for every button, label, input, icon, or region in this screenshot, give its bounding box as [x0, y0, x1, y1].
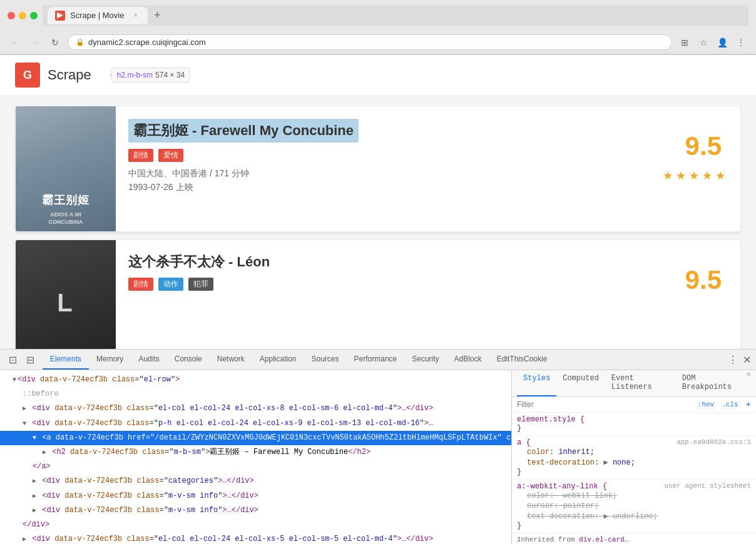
add-style-button[interactable]: +: [746, 400, 751, 410]
movie-poster-2: L: [16, 240, 116, 349]
styles-more-button[interactable]: »: [747, 370, 751, 396]
code-line-2[interactable]: ::before: [0, 387, 511, 401]
traffic-lights: [8, 12, 38, 19]
site-name: Scrape: [48, 67, 91, 83]
site-logo: G: [15, 63, 40, 88]
code-line-3[interactable]: ▶ <div data-v-724ecf3b class="el-col el-…: [0, 401, 511, 416]
rule-prop-webkit-cursor: cursor: pointer;: [517, 501, 751, 511]
rule-source-webkit: user agent stylesheet: [664, 482, 751, 490]
code-line-5[interactable]: ▼ <a data-v-724ecf3b href="/detail/ZWYzN…: [0, 431, 511, 445]
element-tooltip: h2.m-b-sm 574 × 34: [111, 68, 190, 83]
page-content: G Scrape h2.m-b-sm 574 × 34 霸王别姬 ADIOS A…: [0, 55, 756, 349]
elements-panel: ▼<div data-v-724ecf3b class="el-row"> ::…: [0, 370, 512, 544]
movie-meta-country-1: 中国大陆、中国香港 / 171 分钟: [128, 168, 728, 179]
styles-filter-input[interactable]: [517, 400, 693, 409]
devtools-panel: ⊡ ⊟ Elements Memory Audits Console Netwo…: [0, 349, 756, 544]
tab-network[interactable]: Network: [210, 350, 252, 370]
refresh-button[interactable]: ↻: [48, 35, 63, 50]
tooltip-selector: h2.m-b-sm: [117, 71, 153, 79]
lock-icon: 🔒: [76, 38, 84, 46]
movie-title-1: 霸王别姬 - Farewell My Concubine: [128, 119, 359, 143]
styles-filter: :hov .cls +: [512, 397, 756, 413]
devtools-tabs: ⊡ ⊟ Elements Memory Audits Console Netwo…: [0, 350, 756, 370]
style-rule-webkit-link: a:-webkit-any-link { user agent styleshe…: [512, 480, 756, 533]
code-line-11[interactable]: </div>: [0, 518, 511, 532]
tab-sources[interactable]: Sources: [304, 350, 347, 370]
tag-action-2: 动作: [158, 278, 183, 291]
more-menu-button[interactable]: ⋮: [733, 35, 748, 50]
tab-application[interactable]: Application: [252, 350, 304, 370]
movie-card-2[interactable]: L 这个杀手不太冷 - Léon 剧情 动作 犯罪 9.5: [15, 239, 741, 349]
tag-drama-1: 剧情: [128, 149, 153, 162]
code-line-12[interactable]: ▶ <div data-v-724ecf3b class="el-col el-…: [0, 532, 511, 544]
styles-tab-event-listeners[interactable]: Event Listeners: [605, 370, 676, 396]
tooltip-size: 574 × 34: [155, 71, 185, 79]
code-line-4[interactable]: ▼ <div data-v-724ecf3b class="p-h el-col…: [0, 416, 511, 431]
devtools-body: ▼<div data-v-724ecf3b class="el-row"> ::…: [0, 370, 756, 544]
back-button[interactable]: ←: [8, 35, 23, 50]
movie-meta-date-1: 1993-07-26 上映: [128, 182, 728, 193]
rule-selector-a: a {: [517, 438, 531, 447]
tag-crime-2: 犯罪: [188, 278, 213, 291]
movie-card-1[interactable]: 霸王别姬 ADIOS A MICONCUBINA 霸王别姬 - Farewell…: [15, 106, 741, 232]
movie-stars-1: ★ ★ ★ ★ ★: [663, 169, 725, 183]
movie-title-2: 这个杀手不太冷 - Léon: [128, 253, 728, 271]
tag-romance-1: 爱情: [158, 149, 183, 162]
movie-info-1: 霸王别姬 - Farewell My Concubine 剧情 爱情 中国大陆、…: [116, 106, 740, 231]
rule-prop-webkit-text-deco: text-decoration: ▶ underline;: [517, 511, 751, 521]
styles-tab-computed[interactable]: Computed: [556, 370, 605, 396]
devtools-more-button[interactable]: ⋮: [725, 352, 740, 367]
tab-audits[interactable]: Audits: [131, 350, 166, 370]
screen-cast-icon[interactable]: ⊞: [677, 35, 692, 50]
rule-prop-text-decoration: text-decoration: ▶ none;: [517, 457, 751, 468]
tab-title: Scrape | Movie: [70, 11, 124, 20]
close-window-button[interactable]: [8, 12, 15, 19]
logo-letter: G: [23, 69, 32, 82]
devtools-close-button[interactable]: ✕: [743, 354, 751, 366]
url-text: dynamic2.scrape.cuiqingcai.com: [88, 38, 206, 47]
tab-performance[interactable]: Performance: [347, 350, 405, 370]
forward-button[interactable]: →: [28, 35, 43, 50]
hov-button[interactable]: :hov: [695, 400, 717, 410]
rule-source-a: app.ea9d802a.css:1: [677, 438, 751, 446]
rule-prop-color: color: inherit;: [517, 447, 751, 457]
device-toolbar-button[interactable]: ⊟: [23, 352, 38, 367]
inspect-element-button[interactable]: ⊡: [5, 352, 20, 367]
tab-editthiscookie[interactable]: EditThisCookie: [489, 350, 555, 370]
code-line-9[interactable]: ▶ <div data-v-724ecf3b class="m-v-sm inf…: [0, 489, 511, 503]
tab-memory[interactable]: Memory: [89, 350, 131, 370]
movie-tags-1: 剧情 爱情: [128, 149, 728, 162]
address-bar: ← → ↻ 🔒 dynamic2.scrape.cuiqingcai.com ⊞…: [0, 31, 756, 54]
minimize-window-button[interactable]: [19, 12, 26, 19]
maximize-window-button[interactable]: [30, 12, 38, 19]
code-line-6[interactable]: ▶ <h2 data-v-724ecf3b class="m-b-sm">霸王别…: [0, 445, 511, 460]
browser-chrome: Scrape | Movie × + ← → ↻ 🔒 dynamic2.scra…: [0, 0, 756, 55]
tag-drama-2: 剧情: [128, 278, 153, 291]
url-bar[interactable]: 🔒 dynamic2.scrape.cuiqingcai.com: [68, 34, 672, 50]
tab-elements[interactable]: Elements: [43, 350, 89, 370]
styles-panel: Styles Computed Event Listeners DOM Brea…: [512, 370, 756, 544]
cls-button[interactable]: .cls: [719, 400, 740, 410]
movie-info-2: 这个杀手不太冷 - Léon 剧情 动作 犯罪: [116, 240, 740, 349]
style-rule-element: element.style { }: [512, 413, 756, 436]
tab-favicon: [55, 11, 65, 21]
tab-security[interactable]: Security: [404, 350, 446, 370]
page-header: G Scrape h2.m-b-sm 574 × 34: [0, 55, 756, 96]
devtools-toolbar: ⊡ ⊟: [5, 352, 38, 367]
styles-tab-styles[interactable]: Styles: [517, 370, 556, 396]
tab-adblock[interactable]: AdBlock: [447, 350, 489, 370]
styles-tab-dom-breakpoints[interactable]: DOM Breakpoints: [676, 370, 747, 396]
devtools-more: ⋮ ✕: [725, 352, 751, 367]
tab-console[interactable]: Console: [167, 350, 210, 370]
rule-selector-webkit: a:-webkit-any-link {: [517, 482, 607, 491]
code-line-10[interactable]: ▶ <div data-v-724ecf3b class="m-v-sm inf…: [0, 503, 511, 518]
movie-tags-2: 剧情 动作 犯罪: [128, 278, 728, 291]
bookmark-icon[interactable]: ☆: [696, 35, 711, 50]
code-line-1[interactable]: ▼<div data-v-724ecf3b class="el-row">: [0, 373, 511, 387]
profile-icon[interactable]: 👤: [715, 35, 730, 50]
browser-tab[interactable]: Scrape | Movie ×: [48, 7, 148, 24]
code-line-8[interactable]: ▶ <div data-v-724ecf3b class="categories…: [0, 474, 511, 488]
code-line-7[interactable]: </a>: [0, 460, 511, 474]
tab-close-button[interactable]: ×: [131, 11, 140, 20]
new-tab-button[interactable]: +: [148, 5, 167, 26]
